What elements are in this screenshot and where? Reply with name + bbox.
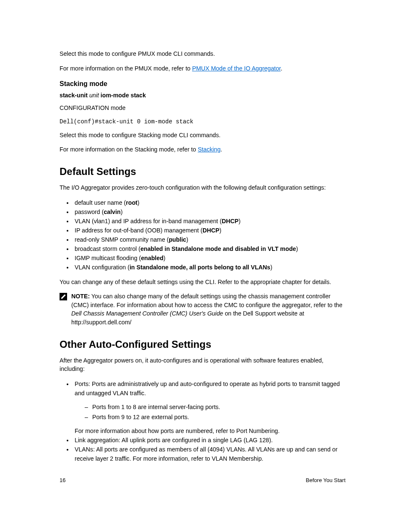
sub-item: Ports from 1 to 8 are internal server-fa… xyxy=(85,402,345,412)
li1-after: For more information about how ports are… xyxy=(75,426,345,436)
stacking-code: Dell(conf)#stack-unit 0 iom-mode stack xyxy=(60,118,345,125)
list-item: broadcast storm control (enabled in Stan… xyxy=(73,244,345,253)
defaults-list: default user name (root) password (calvi… xyxy=(60,198,345,272)
page-footer: 16 Before You Start xyxy=(60,477,345,483)
text: . xyxy=(221,146,222,153)
default-settings-heading: Default Settings xyxy=(60,166,345,177)
page-number: 16 xyxy=(60,477,65,483)
note-text: NOTE: You can also change many of the de… xyxy=(71,292,345,326)
other-list: Ports: Ports are administratively up and… xyxy=(60,379,345,463)
list-item: Link aggregation: All uplink ports are c… xyxy=(73,436,345,445)
list-item: IP address for out-of-band (OOB) managem… xyxy=(73,226,345,235)
list-item: read-only SNMP community name (public) xyxy=(73,235,345,244)
note-icon xyxy=(60,292,71,326)
cmd-pre: stack-unit xyxy=(60,92,89,99)
note-ital: Dell Chassis Management Controller (CMC)… xyxy=(71,310,223,317)
stacking-command: stack-unit unit iom-mode stack xyxy=(60,92,345,99)
list-item: IGMP multicast flooding (enabled) xyxy=(73,253,345,263)
li1-text: Ports: Ports are administratively up and… xyxy=(75,381,340,396)
stacking-mode-heading: Stacking mode xyxy=(60,80,345,88)
intro-para-1: Select this mode to configure PMUX mode … xyxy=(60,50,345,58)
pmux-link[interactable]: PMUX Mode of the IO Aggregator xyxy=(192,65,281,72)
sub-item: Ports from 9 to 12 are external ports. xyxy=(85,412,345,422)
list-item: VLAN (vlan1) and IP address for in-band … xyxy=(73,216,345,226)
footer-title: Before You Start xyxy=(306,477,345,483)
list-item: VLAN configuration (in Standalone mode, … xyxy=(73,263,345,272)
list-item: VLANs: All ports are configured as membe… xyxy=(73,445,345,463)
other-intro: After the Aggregator powers on, it auto-… xyxy=(60,356,345,373)
stacking-mode-label: CONFIGURATION mode xyxy=(60,104,345,112)
list-item: Ports: Ports are administratively up and… xyxy=(73,379,345,436)
other-settings-heading: Other Auto-Configured Settings xyxy=(60,339,345,350)
stacking-link[interactable]: Stacking xyxy=(198,146,221,153)
list-item: password (calvin) xyxy=(73,207,345,216)
note-block: NOTE: You can also change many of the de… xyxy=(60,292,345,326)
list-item: default user name (root) xyxy=(73,198,345,207)
intro-para-2: For more information on the PMUX mode, r… xyxy=(60,64,345,73)
page-content: Select this mode to configure PMUX mode … xyxy=(0,0,400,463)
stacking-para-2: For more information on the Stacking mod… xyxy=(60,145,345,154)
text: . xyxy=(281,65,283,72)
cmd-ital: unit xyxy=(89,92,99,99)
stacking-para-1: Select this mode to configure Stacking m… xyxy=(60,131,345,140)
defaults-intro: The I/O Aggregator provides zero-touch c… xyxy=(60,183,345,192)
sub-list: Ports from 1 to 8 are internal server-fa… xyxy=(75,402,345,422)
note-label: NOTE: xyxy=(71,293,90,300)
note-body-1: You can also change many of the default … xyxy=(71,293,343,308)
text: For more information on the PMUX mode, r… xyxy=(60,65,192,72)
defaults-after: You can change any of these default sett… xyxy=(60,278,345,287)
text: For more information on the Stacking mod… xyxy=(60,146,198,153)
cmd-post: iom-mode stack xyxy=(99,92,146,99)
